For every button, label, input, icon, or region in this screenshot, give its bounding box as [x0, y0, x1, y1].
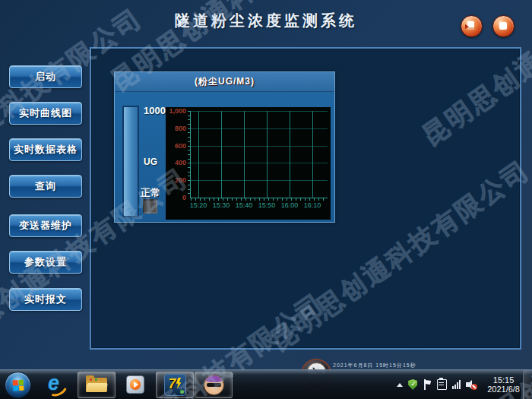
dust-groupbox: (粉尘UG/M3) 1000 UG 正常 1,00080060040020001… [114, 71, 335, 223]
v-gridline [244, 111, 245, 198]
groupbox-title: (粉尘UG/M3) [115, 72, 334, 92]
sidebar-item-1[interactable]: 启动 [9, 65, 82, 88]
taskbar-item-file-explorer[interactable] [78, 372, 116, 398]
avatar-face-icon [204, 375, 224, 395]
hidden-icons-arrow[interactable] [397, 383, 403, 387]
sidebar-item-7[interactable]: 实时报文 [9, 288, 82, 311]
dust-level-gauge [122, 106, 139, 217]
exit-door-icon [467, 21, 474, 30]
security-shield-icon[interactable] [408, 379, 417, 390]
v-gridline [312, 111, 313, 198]
h-gridline [191, 163, 328, 163]
clock-time: 15:15 [487, 375, 520, 385]
v-gridline [267, 111, 268, 198]
taskbar-clock[interactable]: 15:15 2021/6/8 [487, 375, 520, 394]
trend-chart: 1,000800600400200015:2015:3015:4015:5016… [166, 107, 331, 220]
y-tick-label: 200 [175, 176, 186, 184]
status-datetime-text: 2021年6月8日 15时15分15秒 [333, 362, 524, 369]
windows-logo-icon [12, 379, 24, 391]
sidebar: 启动实时曲线图实时数据表格查询变送器维护参数设置实时报文 [0, 0, 90, 370]
v-gridline [290, 111, 290, 198]
y-tick-label: 0 [182, 194, 186, 201]
titlebar-buttons [461, 15, 515, 37]
internet-explorer-icon: e [43, 373, 66, 396]
groupbox-body: 1000 UG 正常 1,000800600400200015:2015:301… [115, 92, 334, 222]
gauge-unit-label: UG [144, 157, 157, 167]
system-tray: 15:15 2021/6/8 [397, 370, 520, 399]
x-tick-label: 15:20 [190, 201, 207, 209]
network-signal-icon[interactable] [452, 380, 461, 389]
status-indicator-lamp [143, 199, 157, 214]
taskbar-item-media-player[interactable] [120, 372, 150, 397]
sidebar-item-3[interactable]: 实时数据表格 [9, 138, 82, 161]
seven-lightning-icon: 7 [164, 374, 186, 396]
sidebar-item-5[interactable]: 变送器维护 [9, 214, 82, 237]
media-player-icon [126, 375, 144, 394]
clock-date: 2021/6/8 [487, 385, 520, 394]
tray-app-icon[interactable] [437, 379, 447, 390]
x-tick-label: 16:00 [281, 201, 299, 209]
x-tick-label: 15:50 [258, 201, 276, 209]
start-button[interactable] [5, 372, 31, 398]
taskbar-item-internet-explorer[interactable]: e [40, 372, 70, 397]
h-gridline [191, 146, 328, 147]
v-gridline [198, 111, 199, 198]
show-desktop-button[interactable] [523, 370, 532, 399]
gauge-max-label: 1000 [144, 105, 166, 116]
screen: 隧道粉尘浓度监测系统 启动实时曲线图实时数据表格查询变送器维护参数设置实时报文 … [0, 0, 532, 399]
y-tick-label: 800 [175, 125, 186, 132]
app-window: 隧道粉尘浓度监测系统 启动实时曲线图实时数据表格查询变送器维护参数设置实时报文 … [0, 0, 532, 370]
taskbar: e 7 15:15 2021/6/8 [0, 369, 532, 399]
action-center-flag-icon[interactable] [423, 379, 432, 390]
volume-muted-icon[interactable] [466, 379, 477, 390]
content-panel: (粉尘UG/M3) 1000 UG 正常 1,00080060040020001… [90, 47, 521, 350]
y-tick-label: 1,000 [169, 107, 186, 115]
h-gridline [191, 180, 328, 181]
v-gridline [221, 111, 222, 198]
y-tick-label: 600 [175, 142, 186, 150]
folder-icon [86, 378, 107, 392]
taskbar-item-avatar-app[interactable] [195, 372, 233, 398]
sidebar-item-4[interactable]: 查询 [9, 175, 82, 198]
status-label: 正常 [141, 186, 160, 200]
taskbar-item-automation-tool[interactable]: 7 [156, 372, 194, 398]
y-tick-label: 400 [175, 159, 186, 166]
h-gridline [191, 128, 328, 129]
stop-square-icon [499, 22, 507, 30]
sidebar-item-6[interactable]: 参数设置 [9, 251, 82, 274]
x-tick-label: 15:30 [213, 201, 230, 209]
exit-login-button[interactable] [461, 15, 483, 37]
x-tick-label: 16:10 [304, 201, 321, 209]
sidebar-item-2[interactable]: 实时曲线图 [9, 102, 82, 125]
h-gridline [191, 111, 328, 112]
x-tick-label: 15:40 [236, 201, 253, 209]
mute-badge-icon [471, 384, 477, 390]
stop-button[interactable] [492, 15, 515, 37]
chart-plot-area: 1,000800600400200015:2015:3015:4015:5016… [190, 111, 328, 198]
